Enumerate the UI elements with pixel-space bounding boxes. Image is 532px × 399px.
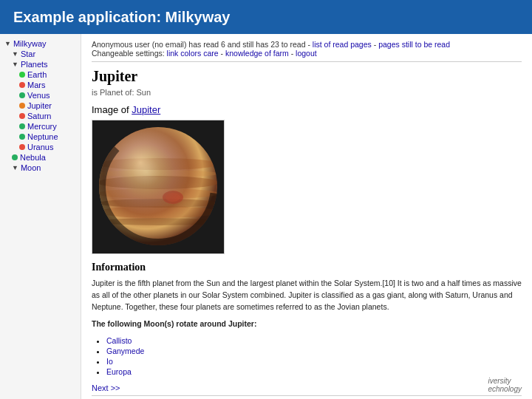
moons-list: Callisto Ganymede Io Europa	[92, 336, 522, 376]
arrow-icon: ▼	[12, 61, 18, 68]
moons-intro: The following Moon(s) rotate around Jupi…	[92, 318, 522, 330]
sidebar-link-earth[interactable]: Earth	[27, 70, 47, 79]
image-link[interactable]: Jupiter	[132, 104, 160, 115]
top-bar: Anonymous user (no email) has read 6 and…	[92, 40, 522, 62]
sidebar-item-star[interactable]: ▼ Star	[10, 49, 78, 59]
page-title: Jupiter	[92, 68, 522, 85]
sidebar-link-jupiter[interactable]: Jupiter	[27, 101, 52, 110]
knowledge-link[interactable]: knowledge of farm	[225, 49, 289, 58]
sidebar-item-nebula[interactable]: Nebula	[10, 152, 78, 163]
sidebar-link-nebula[interactable]: Nebula	[20, 153, 46, 162]
sidebar-item-milkyway[interactable]: ▼ Milkyway	[3, 38, 78, 49]
link-colors-link[interactable]: link colors care	[167, 49, 219, 58]
page-subtitle: is Planet of: Sun	[92, 88, 522, 97]
sidebar-link-saturn[interactable]: Saturn	[27, 112, 51, 120]
status-dot	[12, 154, 18, 160]
sidebar-link-planets[interactable]: Planets	[21, 60, 48, 69]
list-item: Io	[106, 357, 522, 366]
sidebar-item-mars[interactable]: Mars	[18, 80, 78, 90]
info-title: Information	[92, 262, 522, 273]
description-text: Jupiter is the fifth planet from the Sun…	[92, 279, 522, 311]
status-dot	[19, 82, 25, 88]
sidebar-link-mercury[interactable]: Mercury	[27, 122, 57, 131]
status-dot	[19, 92, 25, 98]
settings-info: Changeable settings: link colors care - …	[92, 49, 522, 58]
next-link[interactable]: Next >>	[92, 383, 522, 392]
header-title: Example application: Milkyway	[13, 9, 230, 26]
image-label-text: Image of	[92, 104, 132, 115]
list-item: Europa	[106, 367, 522, 376]
moons-intro-text: The following Moon(s) rotate around Jupi…	[92, 319, 256, 328]
sidebar-item-mercury[interactable]: Mercury	[18, 121, 78, 132]
sidebar-item-saturn[interactable]: Saturn	[18, 111, 78, 121]
arrow-icon: ▼	[12, 50, 18, 58]
visited-count: Visited: 2	[92, 395, 522, 399]
main-layout: ▼ Milkyway ▼ Star ▼ Planets Earth Mars	[0, 34, 532, 399]
sidebar-item-earth[interactable]: Earth	[18, 69, 78, 80]
logout-link[interactable]: logout	[296, 49, 317, 58]
moon-io-link[interactable]: Io	[106, 357, 113, 366]
brand-subtext: echnology	[488, 385, 522, 393]
moon-callisto-link[interactable]: Callisto	[106, 336, 132, 345]
page-description: Jupiter is the fifth planet from the Sun…	[92, 278, 522, 313]
sidebar: ▼ Milkyway ▼ Star ▼ Planets Earth Mars	[0, 34, 81, 399]
sidebar-item-jupiter[interactable]: Jupiter	[18, 100, 78, 111]
jupiter-image-wrapper	[92, 120, 225, 254]
list-item: Ganymede	[106, 347, 522, 355]
sidebar-item-venus[interactable]: Venus	[18, 90, 78, 100]
content-area: Anonymous user (no email) has read 6 and…	[81, 34, 532, 399]
arrow-icon: ▼	[4, 40, 11, 47]
sidebar-link-venus[interactable]: Venus	[27, 91, 50, 100]
sidebar-item-neptune[interactable]: Neptune	[18, 132, 78, 142]
arrow-icon: ▼	[12, 164, 18, 171]
image-label: Image of Jupiter	[92, 104, 522, 115]
status-dot	[19, 123, 25, 129]
user-info: Anonymous user (no email) has read 6 and…	[92, 40, 522, 49]
pages-to-read-link[interactable]: pages still to be read	[378, 40, 450, 49]
status-dot	[19, 134, 25, 140]
moon-ganymede-link[interactable]: Ganymede	[106, 347, 144, 355]
status-dot	[19, 72, 25, 78]
read-pages-link[interactable]: list of read pages	[313, 40, 372, 49]
sidebar-link-mars[interactable]: Mars	[27, 81, 45, 89]
sidebar-item-moon[interactable]: ▼ Moon	[10, 163, 78, 173]
sidebar-item-uranus[interactable]: Uranus	[18, 142, 78, 152]
app-header: Example application: Milkyway	[0, 0, 532, 34]
status-dot	[19, 103, 25, 109]
sidebar-link-milkyway[interactable]: Milkyway	[13, 39, 47, 48]
list-item: Callisto	[106, 336, 522, 345]
sidebar-link-moon[interactable]: Moon	[21, 163, 41, 172]
moon-europa-link[interactable]: Europa	[106, 367, 132, 376]
status-dot	[19, 113, 25, 119]
sidebar-link-neptune[interactable]: Neptune	[27, 132, 58, 141]
sidebar-link-uranus[interactable]: Uranus	[27, 143, 53, 151]
status-dot	[19, 144, 25, 150]
sidebar-link-star[interactable]: Star	[21, 50, 35, 58]
brand-text: iversity	[488, 377, 511, 385]
sidebar-item-planets[interactable]: ▼ Planets	[10, 59, 78, 69]
jupiter-image	[95, 123, 221, 249]
brand-label: iversity echnology	[488, 377, 522, 393]
